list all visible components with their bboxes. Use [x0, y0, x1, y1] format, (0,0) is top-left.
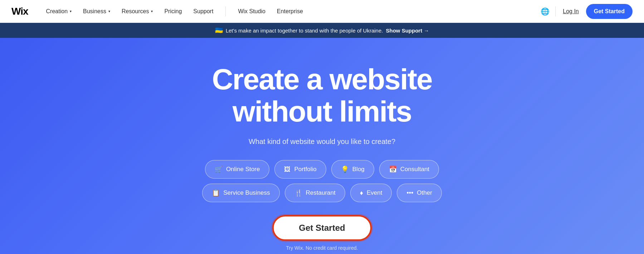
- get-started-hero-button[interactable]: Get Started: [272, 215, 371, 241]
- blog-icon: 💡: [341, 165, 349, 173]
- category-event[interactable]: ♦ Event: [350, 184, 392, 202]
- category-event-label: Event: [367, 189, 382, 196]
- category-consultant-label: Consultant: [400, 166, 429, 173]
- chevron-down-icon: ▾: [151, 9, 153, 13]
- nav-item-pricing[interactable]: Pricing: [159, 5, 187, 18]
- chevron-down-icon: ▾: [70, 9, 72, 13]
- nav-item-support[interactable]: Support: [188, 5, 218, 18]
- hero-note: Try Wix. No credit card required.: [286, 245, 358, 251]
- other-icon: •••: [406, 189, 413, 197]
- nav-item-resources[interactable]: Resources ▾: [117, 5, 158, 18]
- announcement-text: Let's make an impact together to stand w…: [226, 28, 383, 34]
- nav-item-enterprise[interactable]: Enterprise: [272, 5, 308, 18]
- login-button[interactable]: Log In: [561, 5, 580, 18]
- category-blog[interactable]: 💡 Blog: [331, 160, 374, 179]
- wix-logo[interactable]: Wix: [11, 6, 28, 17]
- nav-creation-label: Creation: [46, 8, 68, 15]
- get-started-wrapper: Get Started Try Wix. No credit card requ…: [272, 215, 371, 251]
- category-portfolio-label: Portfolio: [294, 166, 316, 173]
- nav-right: 🌐 Log In Get Started: [541, 4, 633, 19]
- nav-enterprise-label: Enterprise: [277, 8, 303, 15]
- store-icon: 🛒: [215, 165, 223, 173]
- service-business-icon: 📋: [212, 189, 220, 197]
- category-blog-label: Blog: [352, 166, 365, 173]
- category-online-store[interactable]: 🛒 Online Store: [205, 160, 270, 179]
- category-portfolio[interactable]: 🖼 Portfolio: [274, 160, 326, 179]
- event-icon: ♦: [360, 189, 363, 197]
- nav-pricing-label: Pricing: [164, 8, 182, 15]
- navbar: Wix Creation ▾ Business ▾ Resources ▾ Pr…: [0, 0, 644, 23]
- nav-item-wix-studio[interactable]: Wix Studio: [233, 5, 270, 18]
- nav-wix-studio-label: Wix Studio: [238, 8, 265, 15]
- category-online-store-label: Online Store: [226, 166, 260, 173]
- portfolio-icon: 🖼: [284, 166, 291, 173]
- category-restaurant[interactable]: 🍴 Restaurant: [285, 184, 345, 202]
- nav-links: Creation ▾ Business ▾ Resources ▾ Pricin…: [41, 5, 541, 18]
- get-started-nav-button[interactable]: Get Started: [586, 4, 633, 19]
- restaurant-icon: 🍴: [294, 189, 302, 197]
- consultant-icon: 📅: [389, 165, 397, 173]
- ukraine-flag-icon: 🇺🇦: [215, 26, 223, 34]
- category-service-business-label: Service Business: [223, 189, 270, 196]
- hero-section: Create a website without limits What kin…: [0, 38, 644, 254]
- category-consultant[interactable]: 📅 Consultant: [379, 160, 439, 179]
- category-row-1: 🛒 Online Store 🖼 Portfolio 💡 Blog 📅 Cons…: [205, 160, 439, 179]
- category-service-business[interactable]: 📋 Service Business: [202, 184, 279, 202]
- nav-divider-right: [555, 6, 556, 16]
- nav-business-label: Business: [83, 8, 106, 15]
- nav-divider: [225, 6, 226, 16]
- category-restaurant-label: Restaurant: [306, 189, 336, 196]
- nav-support-label: Support: [193, 8, 213, 15]
- hero-subtitle: What kind of website would you like to c…: [249, 138, 395, 146]
- nav-resources-label: Resources: [122, 8, 149, 15]
- hero-title: Create a website without limits: [161, 63, 483, 128]
- category-other[interactable]: ••• Other: [397, 184, 441, 202]
- show-support-link[interactable]: Show Support →: [386, 28, 429, 34]
- announcement-bar: 🇺🇦 Let's make an impact together to stan…: [0, 23, 644, 38]
- category-row-2: 📋 Service Business 🍴 Restaurant ♦ Event …: [202, 184, 442, 202]
- category-other-label: Other: [417, 189, 432, 196]
- globe-icon[interactable]: 🌐: [541, 7, 550, 16]
- nav-item-creation[interactable]: Creation ▾: [41, 5, 77, 18]
- nav-item-business[interactable]: Business ▾: [78, 5, 115, 18]
- chevron-down-icon: ▾: [108, 9, 110, 13]
- category-grid: 🛒 Online Store 🖼 Portfolio 💡 Blog 📅 Cons…: [202, 160, 442, 202]
